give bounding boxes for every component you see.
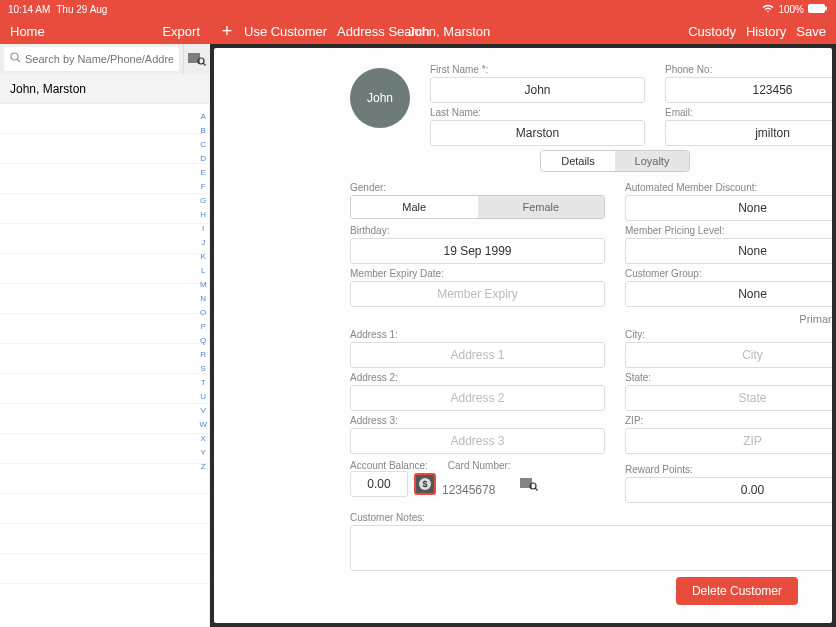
card-input[interactable] xyxy=(442,483,514,497)
balance-input[interactable] xyxy=(350,471,408,497)
svg-rect-1 xyxy=(825,6,827,10)
alpha-f[interactable]: F xyxy=(199,180,207,194)
search-icon xyxy=(10,52,21,66)
expiry-input[interactable] xyxy=(350,281,605,307)
details-loyalty-segment[interactable]: Details Loyalty xyxy=(540,150,690,172)
group-label: Customer Group: xyxy=(625,268,832,279)
email-input[interactable] xyxy=(665,120,832,146)
battery-icon xyxy=(808,4,828,15)
city-input[interactable] xyxy=(625,342,832,368)
tab-loyalty[interactable]: Loyalty xyxy=(615,151,689,171)
birthday-label: Birthday: xyxy=(350,225,605,236)
wifi-icon xyxy=(762,4,774,15)
pricing-label: Member Pricing Level: xyxy=(625,225,832,236)
status-bar: 10:14 AM Thu 29 Aug 100% xyxy=(0,0,836,18)
expiry-label: Member Expiry Date: xyxy=(350,268,605,279)
svg-line-11 xyxy=(203,63,205,65)
alpha-t[interactable]: T xyxy=(199,376,207,390)
alpha-k[interactable]: K xyxy=(199,250,207,264)
history-button[interactable]: History xyxy=(746,24,786,39)
alpha-u[interactable]: U xyxy=(199,390,207,404)
notes-label: Customer Notes: xyxy=(350,512,425,523)
home-button[interactable]: Home xyxy=(10,24,45,39)
barcode-scan-button[interactable] xyxy=(183,44,209,74)
alpha-p[interactable]: P xyxy=(199,320,207,334)
custody-button[interactable]: Custody xyxy=(688,24,736,39)
first-name-label: First Name *: xyxy=(430,64,645,75)
alpha-index[interactable]: ABCDEFGHIJKLMNOPQRSTUVWXYZ xyxy=(199,110,207,474)
alpha-d[interactable]: D xyxy=(199,152,207,166)
notes-input[interactable] xyxy=(350,525,832,571)
save-button[interactable]: Save xyxy=(796,24,826,39)
pricing-input[interactable] xyxy=(625,238,832,264)
gender-female[interactable]: Female xyxy=(478,196,605,218)
alpha-h[interactable]: H xyxy=(199,208,207,222)
addr1-input[interactable] xyxy=(350,342,605,368)
alpha-g[interactable]: G xyxy=(199,194,207,208)
alpha-w[interactable]: W xyxy=(199,418,207,432)
status-date: Thu 29 Aug xyxy=(56,4,107,15)
export-button[interactable]: Export xyxy=(162,24,200,39)
alpha-x[interactable]: X xyxy=(199,432,207,446)
alpha-z[interactable]: Z xyxy=(199,460,207,474)
app-header: Home Export + Use Customer Address Searc… xyxy=(0,18,836,44)
svg-line-21 xyxy=(535,488,537,490)
search-box[interactable] xyxy=(4,47,179,71)
alpha-r[interactable]: R xyxy=(199,348,207,362)
email-label: Email: xyxy=(665,107,832,118)
addr3-label: Address 3: xyxy=(350,415,605,426)
gender-segment[interactable]: Male Female xyxy=(350,195,605,219)
phone-input[interactable] xyxy=(665,77,832,103)
primary-address-label: Primary Address xyxy=(350,313,832,325)
alpha-l[interactable]: L xyxy=(199,264,207,278)
gender-male[interactable]: Male xyxy=(351,196,478,218)
alpha-q[interactable]: Q xyxy=(199,334,207,348)
zip-label: ZIP: xyxy=(625,415,832,426)
delete-customer-button[interactable]: Delete Customer xyxy=(676,577,798,605)
alpha-m[interactable]: M xyxy=(199,278,207,292)
svg-point-2 xyxy=(11,53,18,60)
alpha-y[interactable]: Y xyxy=(199,446,207,460)
group-input[interactable] xyxy=(625,281,832,307)
search-input[interactable] xyxy=(25,53,173,65)
alpha-o[interactable]: O xyxy=(199,306,207,320)
empty-rows xyxy=(0,104,209,584)
alpha-s[interactable]: S xyxy=(199,362,207,376)
alpha-c[interactable]: C xyxy=(199,138,207,152)
svg-line-3 xyxy=(17,59,20,62)
balance-label: Account Balance: xyxy=(350,460,428,471)
discount-input[interactable] xyxy=(625,195,832,221)
birthday-input[interactable] xyxy=(350,238,605,264)
zip-input[interactable] xyxy=(625,428,832,454)
avatar[interactable]: John xyxy=(350,68,410,128)
alpha-v[interactable]: V xyxy=(199,404,207,418)
gender-label: Gender: xyxy=(350,182,605,193)
first-name-input[interactable] xyxy=(430,77,645,103)
state-input[interactable] xyxy=(625,385,832,411)
last-name-input[interactable] xyxy=(430,120,645,146)
alpha-j[interactable]: J xyxy=(199,236,207,250)
balance-adjust-button[interactable]: $ xyxy=(414,473,436,495)
use-customer-button[interactable]: Use Customer xyxy=(244,24,327,39)
alpha-i[interactable]: I xyxy=(199,222,207,236)
customer-list-item[interactable]: John, Marston xyxy=(0,74,209,104)
last-name-label: Last Name: xyxy=(430,107,645,118)
discount-label: Automated Member Discount: xyxy=(625,182,832,193)
alpha-a[interactable]: A xyxy=(199,110,207,124)
reward-input[interactable] xyxy=(625,477,832,503)
svg-rect-0 xyxy=(808,4,825,13)
city-label: City: xyxy=(625,329,832,340)
phone-label: Phone No: xyxy=(665,64,832,75)
customer-form-panel: John First Name *: Phone No: Last Name: xyxy=(214,48,832,623)
card-scan-button[interactable] xyxy=(520,477,538,495)
addr2-label: Address 2: xyxy=(350,372,605,383)
alpha-b[interactable]: B xyxy=(199,124,207,138)
tab-details[interactable]: Details xyxy=(541,151,615,171)
state-label: State: xyxy=(625,372,832,383)
add-icon[interactable]: + xyxy=(218,22,236,40)
alpha-e[interactable]: E xyxy=(199,166,207,180)
addr3-input[interactable] xyxy=(350,428,605,454)
addr2-input[interactable] xyxy=(350,385,605,411)
reward-label: Reward Points: xyxy=(625,464,832,475)
alpha-n[interactable]: N xyxy=(199,292,207,306)
